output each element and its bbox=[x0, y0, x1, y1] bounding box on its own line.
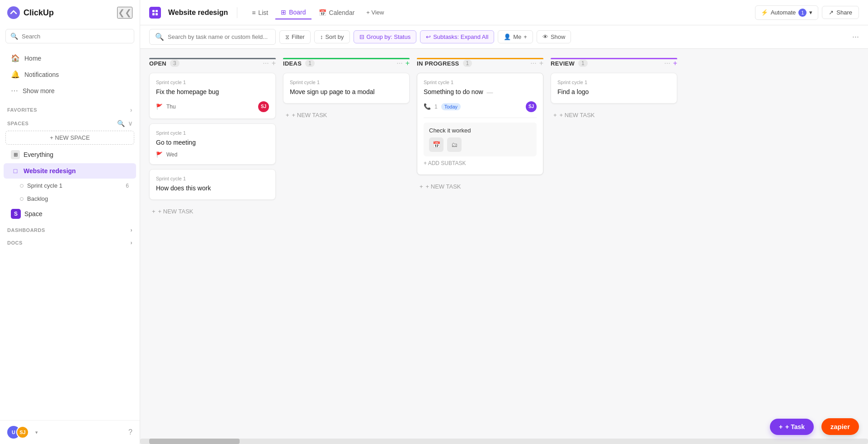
add-view-button[interactable]: + View bbox=[362, 6, 388, 19]
open-new-task-button[interactable]: + + NEW TASK bbox=[149, 204, 276, 218]
card-how-does-this-work[interactable]: Sprint cycle 1 How does this work bbox=[149, 169, 276, 200]
search-icon: 🔍 bbox=[10, 33, 18, 40]
subtask-card[interactable]: Check it worked 📅 🗂 bbox=[424, 123, 537, 156]
show-icon: 👁 bbox=[542, 33, 548, 40]
svg-rect-2 bbox=[156, 10, 158, 12]
review-column-more-button[interactable]: ··· bbox=[664, 59, 670, 67]
search-spaces-icon[interactable]: 🔍 bbox=[117, 120, 125, 127]
sidebar-collapse-button[interactable]: ❮❮ bbox=[117, 7, 132, 19]
card-go-to-meeting[interactable]: Sprint cycle 1 Go to meeting 🚩 Wed bbox=[149, 123, 276, 165]
subtasks-button[interactable]: ↩ Subtasks: Expand All bbox=[420, 30, 494, 43]
show-button[interactable]: 👁 Show bbox=[537, 30, 571, 43]
sidebar-item-backlog[interactable]: Backlog bbox=[4, 193, 136, 205]
favorites-actions[interactable]: › bbox=[130, 106, 132, 113]
svg-rect-3 bbox=[152, 13, 155, 15]
sidebar-item-everything[interactable]: ⊞ Everything bbox=[4, 147, 136, 162]
open-column-actions: ··· + bbox=[263, 59, 276, 67]
sprint-cycle-1-count: 6 bbox=[126, 183, 129, 189]
plus-icon: + bbox=[420, 183, 423, 190]
ideas-column-count: 1 bbox=[305, 60, 315, 67]
subtask-area: Check it worked 📅 🗂 + ADD SUBTASK bbox=[424, 118, 537, 168]
dashboards-chevron-icon: › bbox=[131, 227, 133, 233]
subtask-calendar-icon[interactable]: 📅 bbox=[429, 137, 443, 152]
sidebar-search-input[interactable] bbox=[22, 33, 129, 40]
card-sprint: Sprint cycle 1 bbox=[156, 130, 269, 136]
card-something-todo[interactable]: Sprint cycle 1 Something to do now — 📞 1… bbox=[417, 73, 543, 175]
group-icon: ⊟ bbox=[359, 33, 364, 40]
space-label: Space bbox=[24, 210, 42, 217]
view-tabs: ≡ List ⊞ Board 📅 Calendar + View bbox=[246, 6, 388, 19]
avatar-dropdown-icon[interactable]: ▾ bbox=[35, 430, 38, 435]
horizontal-scrollbar[interactable] bbox=[140, 439, 868, 444]
main-area: Website redesign ≡ List ⊞ Board 📅 Calend… bbox=[140, 0, 868, 444]
automate-badge: 1 bbox=[798, 9, 807, 17]
subtask-actions: 📅 🗂 bbox=[429, 137, 531, 152]
project-title: Website redesign bbox=[168, 9, 228, 17]
subtasks-label: Subtasks: Expand All bbox=[433, 33, 488, 40]
scrollbar-thumb[interactable] bbox=[149, 439, 240, 444]
inprogress-column-add-button[interactable]: + bbox=[539, 59, 543, 67]
card-sprint: Sprint cycle 1 bbox=[156, 176, 269, 181]
review-new-task-button[interactable]: + + NEW TASK bbox=[551, 108, 677, 122]
sidebar-item-notifications[interactable]: 🔔 Notifications bbox=[4, 66, 136, 82]
card-fix-homepage[interactable]: Sprint cycle 1 Fix the homepage bug 🚩 Th… bbox=[149, 73, 276, 119]
review-column-title: REVIEW bbox=[551, 60, 575, 67]
dashboards-section[interactable]: DASHBOARDS › bbox=[0, 222, 140, 235]
svg-rect-1 bbox=[152, 10, 155, 12]
chevron-down-icon[interactable]: ∨ bbox=[128, 120, 133, 127]
open-column-more-button[interactable]: ··· bbox=[263, 59, 269, 67]
docs-section[interactable]: DOCS › bbox=[0, 235, 140, 248]
share-button[interactable]: ↗ Share bbox=[822, 6, 859, 19]
card-move-signup[interactable]: Sprint cycle 1 Move sign up page to a mo… bbox=[283, 73, 410, 104]
sidebar-item-show-more[interactable]: ⋯ Show more bbox=[4, 83, 136, 99]
sidebar-header: ClickUp ❮❮ bbox=[0, 0, 140, 25]
automate-button[interactable]: ⚡ Automate 1 ▾ bbox=[755, 5, 819, 20]
open-column-add-button[interactable]: + bbox=[272, 59, 276, 67]
ideas-column-more-button[interactable]: ··· bbox=[396, 59, 402, 67]
inprogress-new-task-button[interactable]: + + NEW TASK bbox=[417, 179, 543, 194]
card-title: Move sign up page to a modal bbox=[290, 88, 403, 97]
inprogress-column-more-button[interactable]: ··· bbox=[530, 59, 536, 67]
add-subtask-button[interactable]: + ADD SUBTASK bbox=[424, 156, 537, 168]
card-sprint: Sprint cycle 1 bbox=[156, 80, 269, 85]
sidebar-item-space[interactable]: S Space bbox=[4, 206, 136, 222]
spaces-actions[interactable]: 🔍 ∨ bbox=[117, 120, 132, 127]
me-button[interactable]: 👤 Me + bbox=[498, 30, 533, 43]
tab-board-label: Board bbox=[289, 9, 306, 16]
tab-calendar[interactable]: 📅 Calendar bbox=[313, 6, 360, 19]
website-redesign-label: Website redesign bbox=[24, 167, 129, 175]
tab-list[interactable]: ≡ List bbox=[246, 6, 274, 19]
docs-label: DOCS bbox=[7, 240, 23, 246]
tab-board[interactable]: ⊞ Board bbox=[275, 6, 311, 19]
card-find-logo[interactable]: Sprint cycle 1 Find a logo bbox=[551, 73, 677, 104]
zapier-widget[interactable]: zapier bbox=[821, 418, 859, 435]
ideas-new-task-button[interactable]: + + NEW TASK bbox=[283, 108, 410, 122]
review-column-add-button[interactable]: + bbox=[673, 59, 677, 67]
dashboards-label: DASHBOARDS bbox=[7, 227, 45, 233]
add-view-label: + View bbox=[366, 9, 384, 16]
sidebar-item-home[interactable]: 🏠 Home bbox=[4, 50, 136, 66]
project-icon bbox=[149, 7, 161, 19]
help-button[interactable]: ? bbox=[128, 428, 132, 436]
grid-icon: ⊞ bbox=[11, 150, 20, 159]
sidebar-item-sprint-cycle-1[interactable]: Sprint cycle 1 6 bbox=[4, 179, 136, 192]
new-space-button[interactable]: + NEW SPACE bbox=[5, 131, 134, 145]
new-task-fab[interactable]: + + Task bbox=[770, 419, 814, 435]
favorites-section-header: FAVORITES › bbox=[0, 102, 140, 115]
show-more-icon: ⋯ bbox=[11, 86, 18, 95]
card-sprint: Sprint cycle 1 bbox=[290, 80, 403, 85]
filter-button[interactable]: ⧖ Filter bbox=[279, 30, 311, 44]
group-by-button[interactable]: ⊟ Group by: Status bbox=[354, 30, 417, 43]
more-options-button[interactable]: ··· bbox=[852, 32, 859, 42]
svg-point-0 bbox=[7, 6, 20, 19]
home-icon: 🏠 bbox=[11, 54, 20, 62]
task-search-input[interactable] bbox=[168, 33, 270, 40]
task-search-bar[interactable]: 🔍 bbox=[149, 29, 276, 45]
sort-button[interactable]: ↕ Sort by bbox=[314, 30, 350, 43]
everything-label: Everything bbox=[24, 151, 129, 158]
sidebar-item-website-redesign[interactable]: □ Website redesign bbox=[4, 163, 136, 179]
sidebar-search-bar[interactable]: 🔍 bbox=[5, 29, 134, 43]
subtask-folder-icon[interactable]: 🗂 bbox=[447, 137, 462, 152]
subtask-count: 1 bbox=[434, 104, 438, 110]
ideas-column-add-button[interactable]: + bbox=[406, 59, 410, 67]
